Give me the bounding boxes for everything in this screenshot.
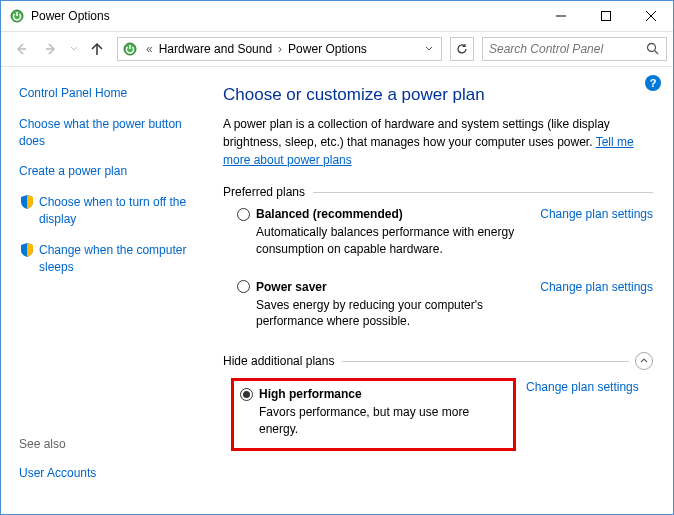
arrow-right-icon: [43, 41, 59, 57]
address-dropdown[interactable]: [421, 45, 437, 53]
high-performance-radio[interactable]: [240, 388, 253, 401]
power-options-icon: [122, 41, 138, 57]
sidebar-item-turn-off-display: Choose when to turn off the display: [19, 194, 211, 228]
close-button[interactable]: [628, 1, 673, 31]
balanced-description: Automatically balances performance with …: [256, 224, 530, 258]
main-content: Choose or customize a power plan A power…: [211, 67, 673, 514]
high-performance-highlight: High performance Favors performance, but…: [231, 378, 516, 451]
divider: [313, 192, 653, 193]
address-bar[interactable]: « Hardware and Sound › Power Options: [117, 37, 442, 61]
power-options-icon: [9, 8, 25, 24]
sidebar-item-power-button: Choose what the power button does: [19, 116, 211, 150]
window-controls: [538, 1, 673, 31]
sidebar: Control Panel Home Choose what the power…: [1, 67, 211, 514]
search-box: [482, 37, 667, 61]
power-saver-radio[interactable]: [237, 280, 250, 293]
collapse-button[interactable]: [635, 352, 653, 370]
page-title: Choose or customize a power plan: [223, 85, 653, 105]
shield-icon: [19, 194, 35, 210]
maximize-icon: [601, 11, 611, 21]
chevron-down-icon: [425, 45, 433, 53]
nav-forward-button[interactable]: [37, 35, 65, 63]
sidebar-bottom: See also User Accounts: [19, 437, 211, 496]
balanced-name: Balanced (recommended): [256, 207, 403, 221]
window: Power Options: [0, 0, 674, 515]
sidebar-item-home: Control Panel Home: [19, 85, 211, 102]
help-button[interactable]: ?: [645, 75, 661, 91]
sidebar-item-create-plan: Create a power plan: [19, 163, 211, 180]
turn-off-display-link[interactable]: Choose when to turn off the display: [39, 194, 211, 228]
plan-high-performance-row: High performance Favors performance, but…: [223, 378, 653, 451]
high-performance-name: High performance: [259, 387, 362, 401]
nav-history-dropdown[interactable]: [67, 35, 81, 63]
user-accounts-link[interactable]: User Accounts: [19, 465, 96, 482]
sidebar-item-computer-sleeps: Change when the computer sleeps: [19, 242, 211, 276]
divider: [342, 361, 629, 362]
choose-power-button-link[interactable]: Choose what the power button does: [19, 116, 211, 150]
shield-icon: [19, 242, 35, 258]
sidebar-top: Control Panel Home Choose what the power…: [19, 85, 211, 437]
chevron-down-icon: [70, 45, 78, 53]
breadcrumb-separator[interactable]: «: [142, 42, 157, 56]
power-saver-description: Saves energy by reducing your computer's…: [256, 297, 530, 331]
sidebar-item-user-accounts: User Accounts: [19, 465, 211, 482]
content-area: ? Control Panel Home Choose what the pow…: [1, 67, 673, 514]
computer-sleeps-link[interactable]: Change when the computer sleeps: [39, 242, 211, 276]
high-performance-description: Favors performance, but may use more ene…: [259, 404, 507, 438]
breadcrumb-separator[interactable]: ›: [274, 42, 286, 56]
window-title: Power Options: [31, 9, 538, 23]
preferred-plans-label: Preferred plans: [223, 185, 305, 199]
balanced-radio[interactable]: [237, 208, 250, 221]
svg-rect-2: [601, 12, 610, 21]
additional-plans-header: Hide additional plans: [223, 352, 653, 370]
maximize-button[interactable]: [583, 1, 628, 31]
svg-point-9: [648, 44, 656, 52]
titlebar: Power Options: [1, 1, 673, 31]
refresh-icon: [456, 43, 468, 55]
page-description-text: A power plan is a collection of hardware…: [223, 117, 610, 149]
refresh-button[interactable]: [450, 37, 474, 61]
search-input[interactable]: [489, 42, 646, 56]
breadcrumb-power-options[interactable]: Power Options: [286, 42, 369, 56]
create-power-plan-link[interactable]: Create a power plan: [19, 163, 127, 180]
plan-power-saver: Power saver Saves energy by reducing you…: [223, 280, 653, 331]
arrow-up-icon: [89, 41, 105, 57]
nav-back-button[interactable]: [7, 35, 35, 63]
minimize-icon: [556, 11, 566, 21]
change-settings-balanced[interactable]: Change plan settings: [540, 207, 653, 258]
arrow-left-icon: [13, 41, 29, 57]
svg-line-10: [655, 51, 659, 55]
preferred-plans-header: Preferred plans: [223, 185, 653, 199]
navbar: « Hardware and Sound › Power Options: [1, 31, 673, 67]
search-icon[interactable]: [646, 42, 660, 56]
change-settings-power-saver[interactable]: Change plan settings: [540, 280, 653, 331]
control-panel-home-link[interactable]: Control Panel Home: [19, 85, 127, 102]
close-icon: [646, 11, 656, 21]
change-settings-high-performance[interactable]: Change plan settings: [526, 380, 639, 394]
chevron-up-icon: [640, 357, 648, 365]
nav-up-button[interactable]: [83, 35, 111, 63]
minimize-button[interactable]: [538, 1, 583, 31]
breadcrumb-hardware-sound[interactable]: Hardware and Sound: [157, 42, 274, 56]
see-also-label: See also: [19, 437, 211, 451]
page-description: A power plan is a collection of hardware…: [223, 115, 653, 169]
power-saver-name: Power saver: [256, 280, 327, 294]
breadcrumb: « Hardware and Sound › Power Options: [142, 42, 421, 56]
hide-additional-label: Hide additional plans: [223, 354, 334, 368]
plan-balanced: Balanced (recommended) Automatically bal…: [223, 207, 653, 258]
